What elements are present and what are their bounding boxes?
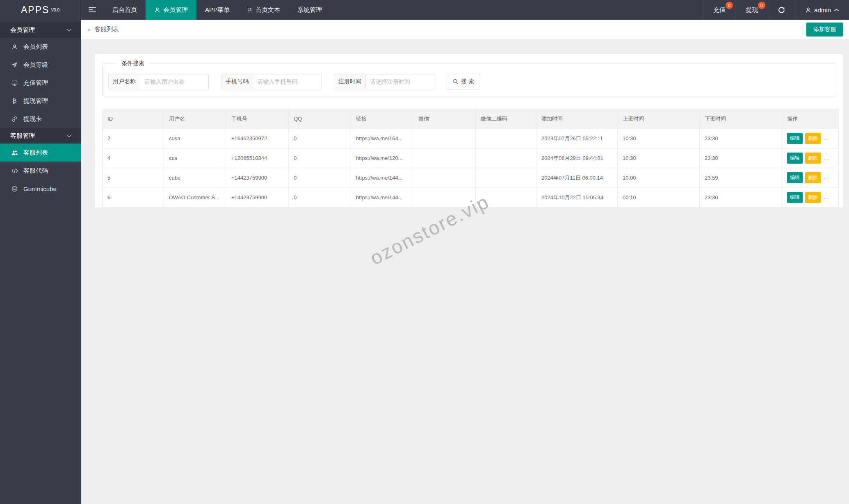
sidebar-item-label: 会员等级 — [23, 61, 48, 69]
sidebar: 会员管理 会员列表 会员等级 充值管理 — [0, 20, 81, 504]
topbar-right: 充值 0 提现 0 admin — [703, 0, 849, 20]
topbar-menu: 后台首页 会员管理 APP菜单 首页文本 系统管理 — [104, 0, 331, 20]
sidebar-item-label: 提现管理 — [23, 97, 48, 105]
add-service-button[interactable]: 添加客服 — [806, 23, 843, 36]
sidebar-item-recharge-mgmt[interactable]: 充值管理 — [0, 74, 81, 92]
col-start-time: 上班时间 — [618, 109, 700, 129]
user-menu[interactable]: admin — [795, 0, 849, 20]
topnav-dashboard[interactable]: 后台首页 — [104, 0, 146, 20]
col-id: ID — [103, 109, 164, 129]
cell-added-time: 2024年07月11日 06:00:14 — [536, 168, 618, 188]
table-header-row: ID 用户名 手机号 QQ 链接 微信 微信二维码 添加时间 上班时间 下班时间… — [103, 109, 839, 129]
topnav-label: 后台首页 — [112, 6, 137, 14]
cell-qq: 0 — [289, 168, 351, 188]
cell-phone: +14423759900 — [226, 168, 289, 188]
sidebar-group-label: 客服管理 — [10, 132, 35, 140]
phone-field-group: 手机号码 — [221, 74, 322, 89]
more-actions-button[interactable]: ... — [824, 194, 829, 200]
search-button-label: 搜 索 — [461, 78, 474, 85]
cell-wechat-qr — [476, 168, 536, 188]
topnav-home-text[interactable]: 首页文本 — [238, 0, 289, 20]
more-actions-button[interactable]: ... — [824, 174, 829, 180]
cell-id: 2 — [103, 129, 164, 148]
col-actions: 操作 — [782, 109, 839, 129]
cell-qq: 0 — [289, 148, 351, 168]
sidebar-item-service-code[interactable]: 客服代码 — [0, 162, 81, 180]
recharge-badge: 0 — [726, 2, 733, 9]
delete-button[interactable]: 删除 — [805, 153, 821, 164]
sidebar-item-label: 提现卡 — [23, 115, 42, 123]
regtime-input[interactable] — [365, 74, 434, 89]
cell-username: cus — [164, 148, 226, 168]
user-icon — [11, 44, 18, 50]
edit-button[interactable]: 编辑 — [787, 192, 803, 203]
send-icon — [11, 62, 18, 68]
col-phone: 手机号 — [226, 109, 289, 129]
col-added-time: 添加时间 — [536, 109, 618, 129]
withdraw-button[interactable]: 提现 0 — [735, 0, 768, 20]
cell-phone: +14423759900 — [226, 188, 289, 208]
username-input[interactable] — [140, 74, 209, 89]
table-row: 4 cus +12065510844 0 https://wa.me/120..… — [103, 148, 839, 168]
users-icon — [11, 150, 18, 156]
more-actions-button[interactable]: ... — [824, 135, 829, 141]
app-version: V3.0 — [51, 8, 59, 12]
sidebar-item-member-list[interactable]: 会员列表 — [0, 38, 81, 56]
cell-start-time: 10:00 — [618, 168, 700, 188]
search-panel: 条件搜索 用户名称 手机号码 注册时间 — [102, 60, 836, 96]
edit-button[interactable]: 编辑 — [787, 153, 803, 164]
sidebar-item-label: 客服代码 — [23, 167, 48, 175]
search-panel-legend: 条件搜索 — [117, 60, 148, 67]
topnav-label: APP菜单 — [205, 6, 230, 14]
delete-button[interactable]: 删除 — [805, 192, 821, 203]
col-wechat: 微信 — [413, 109, 476, 129]
recharge-button[interactable]: 充值 0 — [703, 0, 735, 20]
delete-button[interactable]: 删除 — [805, 133, 821, 144]
sidebar-group-service[interactable]: 客服管理 — [0, 128, 81, 144]
topnav-app-menu[interactable]: APP菜单 — [196, 0, 238, 20]
sidebar-item-service-list[interactable]: 客服列表 — [0, 144, 81, 162]
regtime-field-group: 注册时间 — [334, 74, 434, 89]
table-row: 5 cube +14423759900 0 https://wa.me/144.… — [103, 168, 839, 188]
table-row: 2 cusa +16462350972 0 https://wa.me/164.… — [103, 129, 839, 148]
topnav-system[interactable]: 系统管理 — [289, 0, 331, 20]
page-title: 客服列表 — [94, 25, 119, 33]
refresh-button[interactable] — [768, 0, 795, 20]
sidebar-item-member-level[interactable]: 会员等级 — [0, 56, 81, 74]
edit-button[interactable]: 编辑 — [787, 172, 803, 183]
content-card: 条件搜索 用户名称 手机号码 注册时间 — [95, 54, 843, 208]
cell-actions: 编辑删除... — [782, 148, 839, 168]
cell-id: 6 — [103, 188, 164, 208]
topnav-label: 首页文本 — [256, 6, 280, 14]
user-icon — [154, 7, 160, 13]
topnav-members[interactable]: 会员管理 — [146, 0, 196, 20]
username-field-label: 用户名称 — [108, 74, 140, 89]
sidebar-item-gummicube[interactable]: Gummicube — [0, 180, 81, 198]
flag-icon — [247, 7, 253, 13]
link-icon — [11, 116, 18, 122]
cell-qq: 0 — [289, 129, 351, 148]
phone-input[interactable] — [253, 74, 322, 89]
sidebar-item-label: 会员列表 — [23, 43, 48, 51]
edit-button[interactable]: 编辑 — [787, 133, 803, 144]
sidebar-item-withdraw-card[interactable]: 提现卡 — [0, 110, 81, 128]
more-actions-button[interactable]: ... — [824, 155, 829, 161]
regtime-field-label: 注册时间 — [334, 74, 365, 89]
cell-wechat — [413, 188, 476, 208]
sidebar-item-label: 充值管理 — [23, 79, 48, 87]
main-content: » 客服列表 添加客服 条件搜索 用户名称 手机号码 注册时间 — [81, 20, 849, 504]
search-button[interactable]: 搜 索 — [447, 74, 480, 89]
cell-wechat-qr — [476, 188, 536, 208]
cell-start-time: 10:30 — [618, 129, 700, 148]
refresh-icon — [778, 7, 785, 14]
delete-button[interactable]: 删除 — [805, 172, 821, 183]
cell-start-time: 10:30 — [618, 148, 700, 168]
sidebar-group-members[interactable]: 会员管理 — [0, 22, 81, 38]
col-link: 链接 — [351, 109, 413, 129]
sidebar-item-withdraw-mgmt[interactable]: 提现管理 — [0, 92, 81, 110]
sidebar-item-label: 客服列表 — [23, 149, 48, 157]
chevron-down-icon — [66, 28, 72, 32]
cell-link: https://wa.me/144... — [351, 188, 413, 208]
cell-actions: 编辑删除... — [782, 188, 839, 208]
menu-collapse-icon[interactable] — [81, 0, 104, 20]
